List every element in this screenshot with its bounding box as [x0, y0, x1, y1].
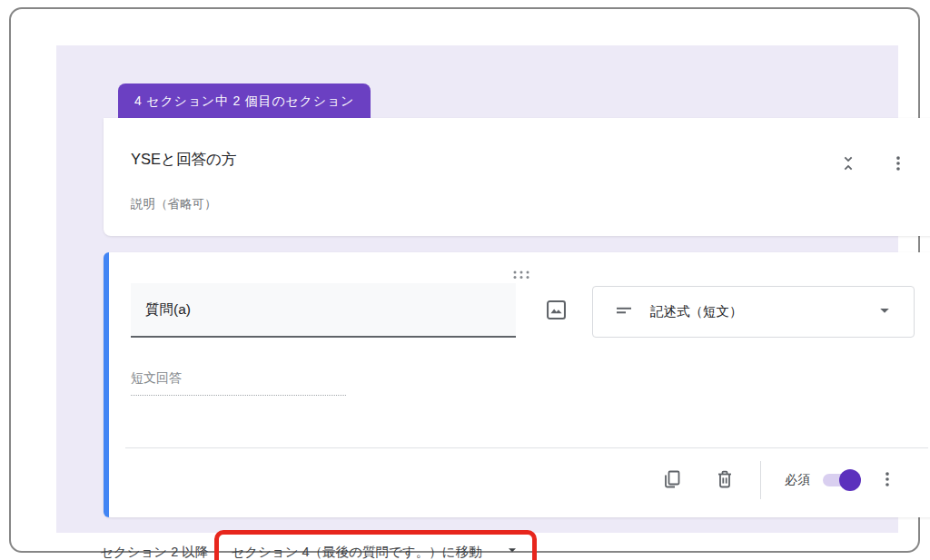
- form-canvas: 4 セクション中 2 個目のセクション YSEと回答の方 説明（省略可）: [56, 45, 898, 533]
- section-description-input[interactable]: 説明（省略可）: [131, 196, 217, 212]
- arrow-drop-down-icon: [874, 300, 895, 325]
- more-vert-icon: [888, 153, 908, 176]
- answer-placeholder: 短文回答: [131, 370, 346, 396]
- toolbar-divider: [760, 461, 761, 499]
- question-toolbar: 必須: [660, 452, 899, 508]
- question-title-input[interactable]: [131, 283, 516, 338]
- screenshot-frame: 4 セクション中 2 個目のセクション YSEと回答の方 説明（省略可）: [9, 7, 920, 553]
- question-card[interactable]: 記述式（短文） 短文回答: [104, 252, 930, 517]
- section-navigation-row: セクション 2 以降 セクション 4（最後の質問です。）に移動: [100, 530, 537, 560]
- duplicate-question-button[interactable]: [660, 468, 684, 492]
- collapse-section-button[interactable]: [836, 152, 861, 177]
- short-text-icon: [613, 300, 635, 325]
- required-label: 必須: [785, 472, 810, 488]
- drag-handle-icon[interactable]: [512, 267, 531, 283]
- annotation-highlight-box: セクション 4（最後の質問です。）に移動: [214, 530, 537, 560]
- copy-icon: [661, 468, 683, 493]
- section-title-input[interactable]: YSEと回答の方: [131, 150, 236, 170]
- section-index-label: 4 セクション中 2 個目のセクション: [134, 93, 354, 108]
- more-vert-icon: [877, 469, 897, 492]
- after-section-label: セクション 2 以降: [100, 544, 208, 560]
- goto-section-dropdown[interactable]: セクション 4（最後の質問です。）に移動: [231, 541, 521, 560]
- delete-question-button[interactable]: [713, 468, 737, 492]
- question-type-dropdown[interactable]: 記述式（短文）: [592, 286, 915, 338]
- section-header-card[interactable]: YSEと回答の方 説明（省略可）: [104, 118, 930, 236]
- trash-icon: [714, 468, 736, 493]
- arrow-drop-down-icon: [481, 541, 521, 560]
- question-type-label: 記述式（短文）: [650, 303, 874, 320]
- section-index-badge: 4 セクション中 2 個目のセクション: [118, 84, 371, 118]
- unfold-less-icon: [838, 153, 858, 176]
- goto-section-label: セクション 4（最後の質問です。）に移動: [231, 544, 481, 560]
- add-image-button[interactable]: [541, 297, 570, 326]
- section-overflow-menu-button[interactable]: [885, 152, 911, 177]
- image-icon: [544, 298, 569, 325]
- card-divider: [125, 447, 928, 448]
- required-toggle[interactable]: [823, 469, 861, 491]
- google-forms-editor-screenshot: 4 セクション中 2 個目のセクション YSEと回答の方 説明（省略可）: [0, 0, 930, 560]
- question-overflow-menu-button[interactable]: [876, 468, 899, 492]
- active-question-indicator: [104, 252, 109, 517]
- toggle-thumb: [839, 469, 861, 491]
